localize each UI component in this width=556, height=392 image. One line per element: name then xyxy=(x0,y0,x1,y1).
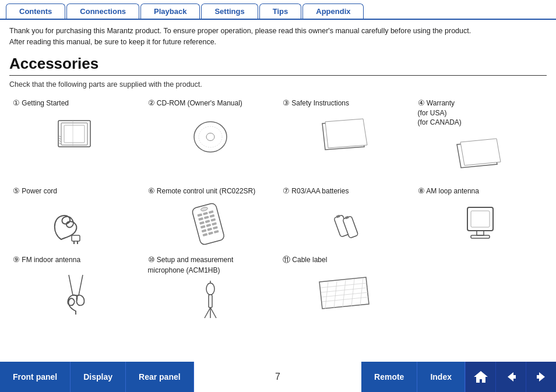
svg-point-10 xyxy=(199,126,222,147)
svg-rect-18 xyxy=(192,203,225,246)
accessory-warranty: ④ Warranty(for USA)(for CANADA) xyxy=(414,97,547,179)
accessory-microphone: ⑩ Setup and measurementmicrophone (ACM1H… xyxy=(145,253,277,326)
svg-line-52 xyxy=(205,308,210,318)
accessory-fm-antenna: ⑨ FM indoor antenna xyxy=(9,253,142,326)
accessory-am-antenna: ⑧ AM loop antenna xyxy=(414,185,547,248)
svg-marker-14 xyxy=(460,139,501,165)
forward-arrow-icon xyxy=(533,369,550,385)
svg-rect-44 xyxy=(471,235,490,238)
navigation-icons xyxy=(465,362,556,392)
display-button[interactable]: Display xyxy=(71,362,126,392)
back-arrow-icon xyxy=(503,369,519,385)
svg-line-54 xyxy=(210,308,216,318)
svg-rect-1 xyxy=(61,123,87,145)
nav-tabs: Contents Connections Playback Settings T… xyxy=(0,0,556,20)
svg-point-50 xyxy=(206,283,214,295)
section-title: Accessories xyxy=(9,55,547,76)
tab-playback[interactable]: Playback xyxy=(140,3,200,19)
svg-rect-2 xyxy=(64,125,85,143)
front-panel-button[interactable]: Front panel xyxy=(0,362,71,392)
bottom-nav: Front panel Display Rear panel 7 Remote … xyxy=(0,362,556,392)
svg-point-9 xyxy=(206,133,214,140)
rear-panel-button[interactable]: Rear panel xyxy=(126,362,194,392)
svg-line-48 xyxy=(79,275,83,295)
tab-appendix[interactable]: Appendix xyxy=(302,3,364,19)
check-text: Check that the following parts are suppl… xyxy=(9,80,547,89)
accessories-grid: ① Getting Started ② CD-ROM (Owner's xyxy=(9,97,547,327)
svg-rect-43 xyxy=(477,231,484,235)
svg-rect-51 xyxy=(209,295,212,308)
accessory-cable-label: ⑪ Cable label xyxy=(279,253,412,326)
svg-rect-15 xyxy=(72,235,80,241)
remote-button[interactable]: Remote xyxy=(361,362,417,392)
main-content: Thank you for purchasing this Marantz pr… xyxy=(0,20,556,336)
svg-marker-12 xyxy=(325,119,367,148)
svg-rect-45 xyxy=(471,211,490,227)
tab-connections[interactable]: Connections xyxy=(66,3,139,19)
tab-tips[interactable]: Tips xyxy=(259,3,302,19)
forward-button[interactable] xyxy=(526,362,556,392)
accessory-remote: ⑥ Remote control unit (RC022SR) xyxy=(145,185,277,248)
accessory-powercord: ⑤ Power cord xyxy=(9,185,142,248)
tab-contents[interactable]: Contents xyxy=(6,3,65,19)
accessory-safety: ③ Safety Instructions xyxy=(279,97,412,179)
intro-text: Thank you for purchasing this Marantz pr… xyxy=(9,26,547,48)
back-button[interactable] xyxy=(495,362,526,392)
accessory-batteries: ⑦ R03/AAA batteries xyxy=(279,185,412,248)
page-number: 7 xyxy=(194,362,361,392)
index-button[interactable]: Index xyxy=(417,362,465,392)
svg-line-47 xyxy=(69,275,73,295)
home-button[interactable] xyxy=(465,362,495,392)
home-icon xyxy=(473,369,489,385)
accessory-getting-started: ① Getting Started xyxy=(9,97,142,179)
accessory-cd: ② CD-ROM (Owner's Manual) xyxy=(145,97,277,179)
tab-settings[interactable]: Settings xyxy=(201,3,258,19)
